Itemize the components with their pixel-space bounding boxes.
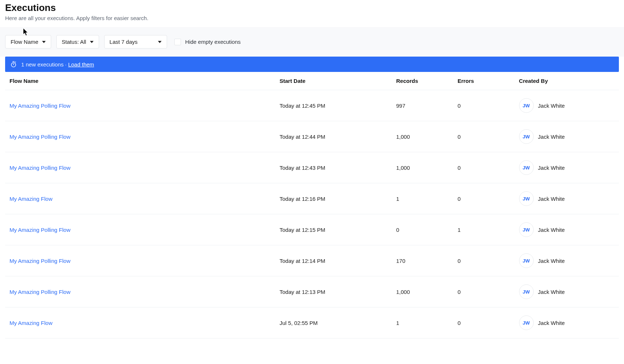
avatar: JW xyxy=(519,191,534,206)
errors-cell: 0 xyxy=(453,276,515,307)
start-date-cell: Today at 12:15 PM xyxy=(275,214,392,245)
creator-name: Jack White xyxy=(538,165,565,171)
caret-down-icon xyxy=(90,41,94,43)
table-row: My Amazing Polling FlowToday at 12:15 PM… xyxy=(5,214,619,245)
records-cell: 997 xyxy=(392,90,453,121)
column-flow-name: Flow Name xyxy=(5,72,275,90)
records-cell: 1,000 xyxy=(392,121,453,152)
errors-cell: 0 xyxy=(453,245,515,276)
table-row: My Amazing Polling FlowToday at 12:13 PM… xyxy=(5,276,619,307)
flow-name-filter[interactable]: Flow Name xyxy=(5,35,51,49)
start-date-cell: Today at 12:44 PM xyxy=(275,121,392,152)
flow-link[interactable]: My Amazing Polling Flow xyxy=(10,258,71,264)
start-date-cell: Today at 12:16 PM xyxy=(275,183,392,214)
avatar: JW xyxy=(519,284,534,299)
table-row: My Amazing Polling FlowToday at 12:45 PM… xyxy=(5,90,619,121)
avatar: JW xyxy=(519,160,534,175)
page-subtitle: Here are all your executions. Apply filt… xyxy=(5,15,619,21)
table-row: My Amazing Polling FlowToday at 12:14 PM… xyxy=(5,245,619,276)
caret-down-icon xyxy=(158,41,162,43)
table-header-row: Flow Name Start Date Records Errors Crea… xyxy=(5,72,619,90)
column-records: Records xyxy=(392,72,453,90)
creator-name: Jack White xyxy=(538,103,565,109)
records-cell: 1 xyxy=(392,183,453,214)
start-date-cell: Today at 12:45 PM xyxy=(275,90,392,121)
avatar: JW xyxy=(519,129,534,144)
caret-down-icon xyxy=(42,41,46,43)
errors-cell: 0 xyxy=(453,152,515,183)
column-start-date: Start Date xyxy=(275,72,392,90)
records-cell: 0 xyxy=(392,214,453,245)
hide-empty-label: Hide empty executions xyxy=(185,39,241,45)
filter-bar: Flow Name Status: All Last 7 days Hide e… xyxy=(0,27,624,57)
date-range-filter-label: Last 7 days xyxy=(110,39,138,45)
records-cell: 1,000 xyxy=(392,276,453,307)
executions-table: Flow Name Start Date Records Errors Crea… xyxy=(5,72,619,338)
table-row: My Amazing Polling FlowToday at 12:44 PM… xyxy=(5,121,619,152)
flow-link[interactable]: My Amazing Flow xyxy=(10,320,53,326)
flow-link[interactable]: My Amazing Polling Flow xyxy=(10,103,71,109)
flow-link[interactable]: My Amazing Flow xyxy=(10,196,53,202)
page-title: Executions xyxy=(5,2,619,14)
avatar: JW xyxy=(519,253,534,268)
errors-cell: 0 xyxy=(453,183,515,214)
status-filter[interactable]: Status: All xyxy=(56,35,99,49)
table-row: My Amazing Polling FlowToday at 12:43 PM… xyxy=(5,152,619,183)
flow-link[interactable]: My Amazing Polling Flow xyxy=(10,165,71,171)
start-date-cell: Jul 5, 02:55 PM xyxy=(275,307,392,338)
creator-name: Jack White xyxy=(538,134,565,140)
avatar: JW xyxy=(519,222,534,237)
records-cell: 170 xyxy=(392,245,453,276)
banner-text: 1 new executions xyxy=(21,61,64,68)
creator-name: Jack White xyxy=(538,289,565,295)
avatar: JW xyxy=(519,98,534,113)
start-date-cell: Today at 12:43 PM xyxy=(275,152,392,183)
creator-name: Jack White xyxy=(538,320,565,326)
flow-link[interactable]: My Amazing Polling Flow xyxy=(10,289,71,295)
start-date-cell: Today at 12:14 PM xyxy=(275,245,392,276)
errors-cell: 0 xyxy=(453,307,515,338)
status-filter-label: Status: All xyxy=(62,39,86,45)
records-cell: 1 xyxy=(392,307,453,338)
table-row: My Amazing FlowJul 5, 02:55 PM10JWJack W… xyxy=(5,307,619,338)
hide-empty-checkbox[interactable] xyxy=(174,39,181,45)
flow-name-filter-label: Flow Name xyxy=(11,39,38,45)
creator-name: Jack White xyxy=(538,227,565,233)
column-errors: Errors xyxy=(453,72,515,90)
banner-separator: · xyxy=(64,61,68,68)
errors-cell: 0 xyxy=(453,121,515,152)
load-them-link[interactable]: Load them xyxy=(68,61,94,68)
avatar: JW xyxy=(519,315,534,330)
flow-link[interactable]: My Amazing Polling Flow xyxy=(10,134,71,140)
flow-link[interactable]: My Amazing Polling Flow xyxy=(10,227,71,233)
creator-name: Jack White xyxy=(538,258,565,264)
svg-line-3 xyxy=(15,62,16,62)
date-range-filter[interactable]: Last 7 days xyxy=(104,35,167,49)
start-date-cell: Today at 12:13 PM xyxy=(275,276,392,307)
stopwatch-icon xyxy=(10,61,17,68)
column-created-by: Created By xyxy=(515,72,619,90)
new-executions-banner: 1 new executions · Load them xyxy=(5,57,619,72)
errors-cell: 1 xyxy=(453,214,515,245)
records-cell: 1,000 xyxy=(392,152,453,183)
errors-cell: 0 xyxy=(453,90,515,121)
creator-name: Jack White xyxy=(538,196,565,202)
table-row: My Amazing FlowToday at 12:16 PM10JWJack… xyxy=(5,183,619,214)
